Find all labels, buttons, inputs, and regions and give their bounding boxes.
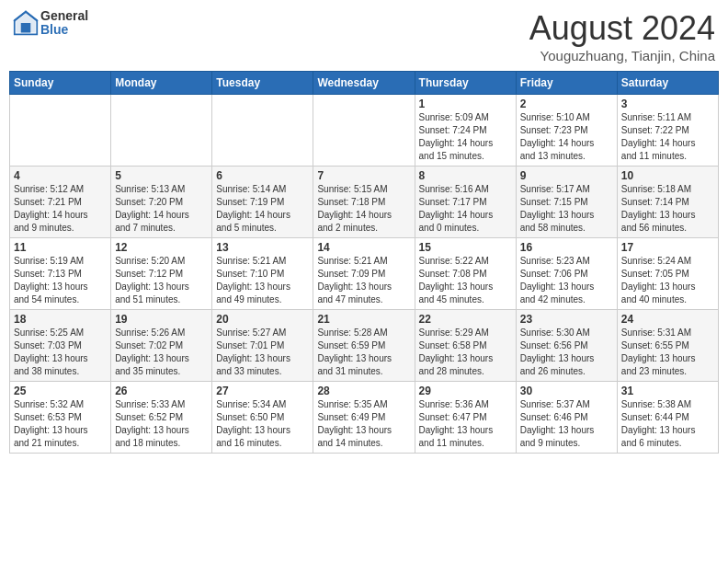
day-number: 23 [520, 313, 613, 326]
day-info: Sunrise: 5:38 AM Sunset: 6:44 PM Dayligh… [621, 398, 714, 450]
day-number: 24 [621, 313, 714, 326]
day-number: 5 [115, 169, 208, 182]
day-info: Sunrise: 5:26 AM Sunset: 7:02 PM Dayligh… [115, 327, 208, 378]
calendar-cell: 22Sunrise: 5:29 AM Sunset: 6:58 PM Dayli… [415, 310, 516, 382]
day-info: Sunrise: 5:11 AM Sunset: 7:22 PM Dayligh… [621, 111, 714, 163]
calendar-cell [313, 95, 415, 167]
day-info: Sunrise: 5:17 AM Sunset: 7:15 PM Dayligh… [520, 183, 613, 235]
calendar-cell: 10Sunrise: 5:18 AM Sunset: 7:14 PM Dayli… [617, 167, 718, 238]
day-number: 11 [14, 241, 107, 254]
calendar-cell [111, 95, 212, 167]
day-info: Sunrise: 5:19 AM Sunset: 7:13 PM Dayligh… [14, 255, 107, 306]
day-info: Sunrise: 5:34 AM Sunset: 6:50 PM Dayligh… [216, 398, 309, 450]
day-number: 18 [14, 313, 107, 326]
day-info: Sunrise: 5:27 AM Sunset: 7:01 PM Dayligh… [216, 327, 309, 378]
day-info: Sunrise: 5:29 AM Sunset: 6:58 PM Dayligh… [419, 327, 512, 378]
day-number: 15 [419, 241, 512, 254]
calendar-cell: 31Sunrise: 5:38 AM Sunset: 6:44 PM Dayli… [617, 382, 718, 454]
day-number: 7 [317, 169, 410, 182]
day-number: 4 [14, 169, 107, 182]
day-info: Sunrise: 5:21 AM Sunset: 7:09 PM Dayligh… [317, 255, 410, 306]
logo-text: General Blue [40, 9, 88, 38]
day-info: Sunrise: 5:22 AM Sunset: 7:08 PM Dayligh… [419, 255, 512, 306]
calendar-cell: 1Sunrise: 5:09 AM Sunset: 7:24 PM Daylig… [415, 95, 516, 167]
calendar-cell: 30Sunrise: 5:37 AM Sunset: 6:46 PM Dayli… [516, 382, 617, 454]
calendar-cell [10, 95, 111, 167]
day-info: Sunrise: 5:20 AM Sunset: 7:12 PM Dayligh… [115, 255, 208, 306]
day-info: Sunrise: 5:21 AM Sunset: 7:10 PM Dayligh… [216, 255, 309, 306]
day-number: 10 [621, 169, 714, 182]
calendar-cell: 6Sunrise: 5:14 AM Sunset: 7:19 PM Daylig… [212, 167, 313, 238]
day-number: 20 [216, 313, 309, 326]
calendar-cell: 9Sunrise: 5:17 AM Sunset: 7:15 PM Daylig… [516, 167, 617, 238]
day-number: 12 [115, 241, 208, 254]
day-number: 28 [317, 385, 410, 397]
day-number: 17 [621, 241, 714, 254]
day-number: 16 [520, 241, 613, 254]
calendar-cell: 21Sunrise: 5:28 AM Sunset: 6:59 PM Dayli… [313, 310, 415, 382]
calendar-cell: 18Sunrise: 5:25 AM Sunset: 7:03 PM Dayli… [10, 310, 111, 382]
day-number: 2 [520, 98, 613, 110]
week-row-5: 25Sunrise: 5:32 AM Sunset: 6:53 PM Dayli… [10, 382, 719, 454]
location: Youguzhuang, Tianjin, China [529, 48, 715, 63]
calendar-cell: 3Sunrise: 5:11 AM Sunset: 7:22 PM Daylig… [617, 95, 718, 167]
calendar-cell: 15Sunrise: 5:22 AM Sunset: 7:08 PM Dayli… [415, 238, 516, 310]
day-number: 21 [317, 313, 410, 326]
calendar-cell: 11Sunrise: 5:19 AM Sunset: 7:13 PM Dayli… [10, 238, 111, 310]
day-info: Sunrise: 5:12 AM Sunset: 7:21 PM Dayligh… [14, 183, 107, 235]
logo-icon [13, 10, 39, 36]
day-info: Sunrise: 5:16 AM Sunset: 7:17 PM Dayligh… [419, 183, 512, 235]
day-number: 25 [14, 385, 107, 397]
week-row-3: 11Sunrise: 5:19 AM Sunset: 7:13 PM Dayli… [10, 238, 719, 310]
weekday-header-tuesday: Tuesday [212, 72, 313, 95]
calendar-cell: 19Sunrise: 5:26 AM Sunset: 7:02 PM Dayli… [111, 310, 212, 382]
weekday-header-thursday: Thursday [415, 72, 516, 95]
calendar-cell: 23Sunrise: 5:30 AM Sunset: 6:56 PM Dayli… [516, 310, 617, 382]
calendar-cell [212, 95, 313, 167]
title-block: August 2024 Youguzhuang, Tianjin, China [529, 9, 715, 63]
page-header: General Blue August 2024 Youguzhuang, Ti… [9, 9, 719, 63]
day-number: 30 [520, 385, 613, 397]
day-number: 19 [115, 313, 208, 326]
day-info: Sunrise: 5:36 AM Sunset: 6:47 PM Dayligh… [419, 398, 512, 450]
calendar-cell: 20Sunrise: 5:27 AM Sunset: 7:01 PM Dayli… [212, 310, 313, 382]
calendar-cell: 13Sunrise: 5:21 AM Sunset: 7:10 PM Dayli… [212, 238, 313, 310]
day-number: 3 [621, 98, 714, 110]
calendar-cell: 12Sunrise: 5:20 AM Sunset: 7:12 PM Dayli… [111, 238, 212, 310]
calendar-cell: 26Sunrise: 5:33 AM Sunset: 6:52 PM Dayli… [111, 382, 212, 454]
day-number: 8 [419, 169, 512, 182]
week-row-4: 18Sunrise: 5:25 AM Sunset: 7:03 PM Dayli… [10, 310, 719, 382]
weekday-header-wednesday: Wednesday [313, 72, 415, 95]
day-info: Sunrise: 5:35 AM Sunset: 6:49 PM Dayligh… [317, 398, 410, 450]
logo-blue-text: Blue [40, 23, 88, 37]
day-number: 14 [317, 241, 410, 254]
logo-general-text: General [40, 9, 88, 23]
calendar-cell: 4Sunrise: 5:12 AM Sunset: 7:21 PM Daylig… [10, 167, 111, 238]
day-info: Sunrise: 5:14 AM Sunset: 7:19 PM Dayligh… [216, 183, 309, 235]
day-info: Sunrise: 5:18 AM Sunset: 7:14 PM Dayligh… [621, 183, 714, 235]
day-info: Sunrise: 5:31 AM Sunset: 6:55 PM Dayligh… [621, 327, 714, 378]
weekday-header-row: SundayMondayTuesdayWednesdayThursdayFrid… [10, 72, 719, 95]
day-number: 1 [419, 98, 512, 110]
weekday-header-monday: Monday [111, 72, 212, 95]
calendar-cell: 27Sunrise: 5:34 AM Sunset: 6:50 PM Dayli… [212, 382, 313, 454]
calendar-table: SundayMondayTuesdayWednesdayThursdayFrid… [9, 71, 719, 454]
day-info: Sunrise: 5:33 AM Sunset: 6:52 PM Dayligh… [115, 398, 208, 450]
weekday-header-friday: Friday [516, 72, 617, 95]
day-number: 22 [419, 313, 512, 326]
day-number: 26 [115, 385, 208, 397]
calendar-cell: 5Sunrise: 5:13 AM Sunset: 7:20 PM Daylig… [111, 167, 212, 238]
calendar-cell: 24Sunrise: 5:31 AM Sunset: 6:55 PM Dayli… [617, 310, 718, 382]
weekday-header-saturday: Saturday [617, 72, 718, 95]
calendar-cell: 17Sunrise: 5:24 AM Sunset: 7:05 PM Dayli… [617, 238, 718, 310]
week-row-1: 1Sunrise: 5:09 AM Sunset: 7:24 PM Daylig… [10, 95, 719, 167]
logo: General Blue [13, 9, 88, 38]
day-number: 27 [216, 385, 309, 397]
day-info: Sunrise: 5:30 AM Sunset: 6:56 PM Dayligh… [520, 327, 613, 378]
day-number: 9 [520, 169, 613, 182]
calendar-cell: 2Sunrise: 5:10 AM Sunset: 7:23 PM Daylig… [516, 95, 617, 167]
day-number: 31 [621, 385, 714, 397]
day-number: 29 [419, 385, 512, 397]
calendar-cell: 8Sunrise: 5:16 AM Sunset: 7:17 PM Daylig… [415, 167, 516, 238]
day-info: Sunrise: 5:09 AM Sunset: 7:24 PM Dayligh… [419, 111, 512, 163]
